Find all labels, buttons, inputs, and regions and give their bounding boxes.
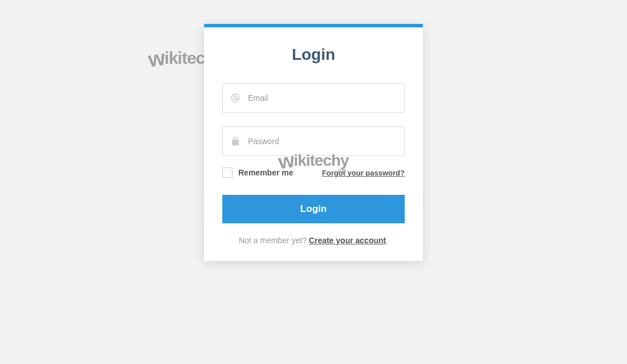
login-button[interactable]: Login <box>222 195 405 223</box>
at-icon <box>223 93 248 103</box>
email-field[interactable] <box>248 84 404 112</box>
forgot-password-link[interactable]: Forgot your password? <box>322 169 405 177</box>
signup-prompt-text: Not a member yet? <box>239 236 309 245</box>
remember-label: Remember me <box>238 168 294 177</box>
remember-forgot-row: Remember me Forgot your password? <box>222 167 405 178</box>
password-input-group <box>222 126 405 156</box>
email-input-group <box>222 83 405 113</box>
card-body: Login Remember me Forgot your password? … <box>204 27 423 261</box>
create-account-link[interactable]: Create your account <box>309 236 386 245</box>
login-title: Login <box>222 46 405 64</box>
signup-suffix: . <box>386 236 388 245</box>
signup-prompt-row: Not a member yet? Create your account. <box>222 236 405 245</box>
remember-me-group: Remember me <box>222 167 294 178</box>
remember-checkbox[interactable] <box>222 167 233 178</box>
lock-icon <box>223 136 248 146</box>
password-field[interactable] <box>248 127 404 156</box>
login-card: Login Remember me Forgot your password? … <box>204 24 423 261</box>
